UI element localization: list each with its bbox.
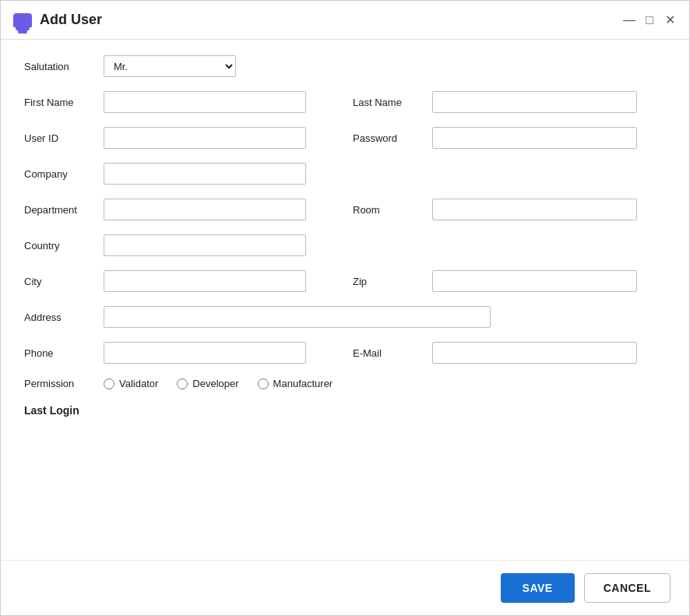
permission-row: Permission Validator Developer Manufactu… — [24, 378, 666, 389]
address-input[interactable] — [104, 306, 491, 328]
cancel-button[interactable]: CANCEL — [584, 573, 671, 603]
password-group: Password — [353, 127, 666, 149]
department-room-row: Department Room — [24, 199, 666, 220]
maximize-button[interactable]: □ — [642, 13, 657, 27]
form-body: Salutation Mr. Ms. Mrs. Dr. First Name L… — [1, 40, 689, 560]
email-input[interactable] — [432, 342, 637, 364]
validator-label: Validator — [119, 378, 158, 389]
userid-password-row: User ID Password — [24, 127, 666, 149]
manufacturer-label: Manufacturer — [273, 378, 333, 389]
first-name-input[interactable] — [104, 91, 306, 113]
zip-label: Zip — [353, 276, 423, 287]
country-input[interactable] — [104, 234, 306, 256]
user-id-group: User ID — [24, 127, 337, 149]
password-label: Password — [353, 132, 423, 144]
minimize-button[interactable]: — — [622, 13, 636, 27]
validator-radio[interactable] — [104, 378, 114, 389]
title-bar: Add User — □ ✕ — [1, 1, 689, 40]
company-row: Company — [24, 163, 666, 185]
permission-developer[interactable]: Developer — [177, 378, 238, 389]
email-group: E-Mail — [353, 342, 666, 364]
salutation-select[interactable]: Mr. Ms. Mrs. Dr. — [104, 55, 236, 77]
last-name-label: Last Name — [353, 97, 423, 108]
address-row: Address — [24, 306, 666, 328]
zip-group: Zip — [353, 270, 666, 292]
app-icon — [13, 13, 32, 27]
country-group: Country — [24, 234, 306, 256]
permission-options: Validator Developer Manufacturer — [104, 378, 333, 389]
phone-group: Phone — [24, 342, 337, 364]
user-id-label: User ID — [24, 132, 94, 144]
city-input[interactable] — [104, 270, 306, 292]
address-label: Address — [24, 312, 94, 323]
first-name-label: First Name — [24, 97, 94, 108]
password-input[interactable] — [432, 127, 637, 149]
last-login-label: Last Login — [24, 404, 79, 417]
room-input[interactable] — [432, 199, 637, 220]
title-bar-left: Add User — [13, 12, 102, 28]
phone-input[interactable] — [104, 342, 306, 364]
last-login-section: Last Login — [24, 403, 666, 417]
user-id-input[interactable] — [104, 127, 306, 149]
city-zip-row: City Zip — [24, 270, 666, 292]
department-label: Department — [24, 204, 94, 216]
add-user-dialog: Add User — □ ✕ Salutation Mr. Ms. Mrs. D… — [0, 0, 690, 616]
company-group: Company — [24, 163, 306, 185]
phone-email-row: Phone E-Mail — [24, 342, 666, 364]
permission-label: Permission — [24, 378, 94, 389]
close-button[interactable]: ✕ — [663, 13, 677, 27]
company-label: Company — [24, 168, 94, 180]
country-row: Country — [24, 234, 666, 256]
room-label: Room — [353, 204, 423, 216]
name-row: First Name Last Name — [24, 91, 666, 113]
zip-input[interactable] — [432, 270, 637, 292]
developer-label: Developer — [192, 378, 238, 389]
salutation-row: Salutation Mr. Ms. Mrs. Dr. — [24, 55, 666, 77]
last-name-group: Last Name — [353, 91, 666, 113]
last-name-input[interactable] — [432, 91, 637, 113]
company-input[interactable] — [104, 163, 306, 185]
country-label: Country — [24, 240, 94, 252]
title-controls: — □ ✕ — [622, 13, 677, 27]
developer-radio[interactable] — [177, 378, 188, 389]
permission-validator[interactable]: Validator — [104, 378, 158, 389]
department-input[interactable] — [104, 199, 306, 220]
department-group: Department — [24, 199, 337, 220]
dialog-title: Add User — [40, 12, 102, 28]
phone-label: Phone — [24, 347, 94, 359]
save-button[interactable]: SAVE — [501, 573, 575, 603]
permission-manufacturer[interactable]: Manufacturer — [258, 378, 333, 389]
first-name-group: First Name — [24, 91, 337, 113]
address-group: Address — [24, 306, 491, 328]
salutation-label: Salutation — [24, 61, 94, 72]
email-label: E-Mail — [353, 347, 423, 359]
city-group: City — [24, 270, 337, 292]
manufacturer-radio[interactable] — [258, 378, 269, 389]
room-group: Room — [353, 199, 666, 220]
city-label: City — [24, 276, 94, 287]
dialog-footer: SAVE CANCEL — [1, 560, 689, 615]
